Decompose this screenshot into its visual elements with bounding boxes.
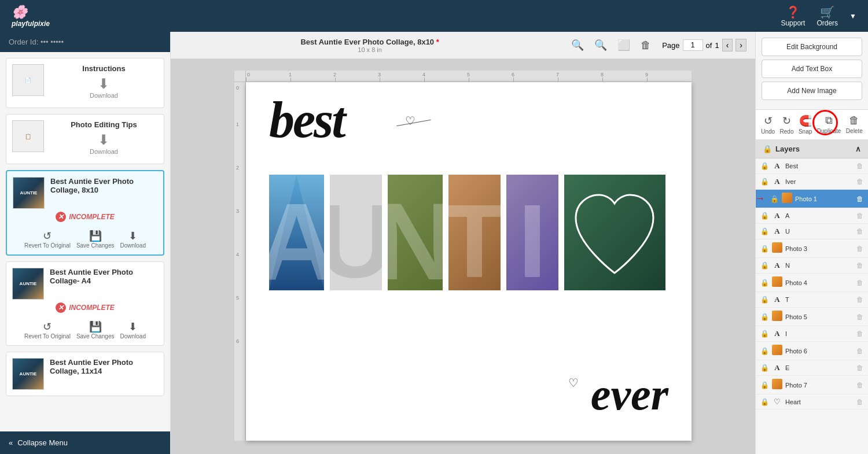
- layer-delete-icon[interactable]: 🗑: [856, 347, 863, 355]
- toolbar-icons: 🔍 🔍 ⬜ 🗑: [569, 36, 653, 54]
- layer-item-heart[interactable]: 🔒♡Heart🗑: [756, 394, 868, 409]
- layer-type-icon: [782, 193, 792, 205]
- sidebar-item-product-2[interactable]: AUNTIE Best Auntie Ever Photo Collage- A…: [6, 261, 164, 346]
- layer-type-icon: A: [772, 177, 782, 186]
- collapse-menu-button[interactable]: « Collapse Menu: [0, 431, 170, 454]
- order-id-bar: Order Id: ••• •••••: [0, 32, 170, 52]
- letter-a-block: A: [269, 175, 324, 290]
- letter-e-heart-block: [564, 175, 665, 290]
- sidebar-item-instructions[interactable]: 📄 Instructions ⬇ Download: [6, 58, 164, 108]
- layer-item-photo-4[interactable]: 🔒Photo 4🗑: [756, 274, 868, 292]
- layer-delete-icon[interactable]: 🗑: [856, 178, 863, 186]
- layer-delete-icon[interactable]: 🗑: [856, 381, 863, 389]
- next-page-button[interactable]: ›: [735, 39, 746, 51]
- save-icon: 💾: [89, 230, 102, 242]
- nav-orders[interactable]: 🛒 Orders: [816, 5, 838, 27]
- layer-delete-icon[interactable]: 🗑: [856, 227, 863, 235]
- layer-type-icon: A: [772, 227, 782, 236]
- photo-tips-content: Photo Editing Tips ⬇ Download: [50, 120, 158, 158]
- add-text-box-button[interactable]: Add Text Box: [762, 60, 862, 78]
- undo-tool[interactable]: ↺ Undo: [761, 115, 775, 135]
- nav-dropdown[interactable]: ▼: [849, 12, 856, 20]
- snap-tool[interactable]: 🧲 Snap: [799, 115, 812, 135]
- revert-button-2[interactable]: ↺ Revert To Original: [24, 320, 71, 339]
- layer-lock-icon: 🔒: [760, 347, 769, 355]
- layer-lock-icon: 🔒: [760, 212, 769, 220]
- product-2-info: Best Auntie Ever Photo Collage- A4: [50, 268, 158, 285]
- layer-delete-icon[interactable]: 🗑: [856, 330, 863, 338]
- duplicate-page-icon[interactable]: ⬜: [615, 36, 632, 54]
- edit-background-button[interactable]: Edit Background: [762, 38, 862, 56]
- zoom-in-icon[interactable]: 🔍: [592, 36, 609, 54]
- layer-delete-icon[interactable]: 🗑: [856, 212, 863, 220]
- layer-lock-icon: 🔒: [760, 162, 769, 170]
- layer-delete-icon[interactable]: 🗑: [856, 162, 863, 170]
- redo-tool[interactable]: ↻ Redo: [780, 115, 794, 135]
- layer-item-e[interactable]: 🔒AE🗑: [756, 360, 868, 376]
- ruler-top: 0 1 2 3 4 5 6 7: [246, 71, 692, 82]
- layers-panel: 🔒 Layers ∧ 🔒ABest🗑🔒AIver🗑→🔒Photo 1🗑🔒AA🗑🔒…: [756, 140, 868, 454]
- zoom-out-icon[interactable]: 🔍: [569, 36, 586, 54]
- save-button-1[interactable]: 💾 Save Changes: [76, 230, 115, 249]
- layer-item-a[interactable]: 🔒AA🗑: [756, 208, 868, 224]
- layer-delete-icon[interactable]: 🗑: [856, 296, 863, 304]
- download-button-2[interactable]: ⬇ Download: [120, 320, 145, 339]
- layers-collapse-icon[interactable]: ∧: [855, 145, 861, 153]
- duplicate-tool[interactable]: ⧉ Duplicate: [817, 115, 841, 135]
- canvas-toolbar: Best Auntie Ever Photo Collage, 8x10 * 1…: [171, 32, 755, 59]
- delete-page-icon[interactable]: 🗑: [638, 37, 653, 54]
- svg-text:N: N: [388, 180, 443, 290]
- layer-item-photo-3[interactable]: 🔒Photo 3🗑: [756, 239, 868, 258]
- chevron-left-icon: «: [9, 438, 13, 447]
- delete-tool[interactable]: 🗑 Delete: [846, 115, 863, 135]
- layer-item-photo-1[interactable]: →🔒Photo 1🗑: [756, 190, 868, 208]
- layer-name-label: E: [785, 364, 854, 371]
- lock-icon: 🔒: [763, 145, 772, 153]
- layer-item-t[interactable]: 🔒AT🗑: [756, 292, 868, 308]
- layer-name-label: N: [785, 262, 854, 269]
- layer-delete-icon[interactable]: 🗑: [856, 261, 863, 270]
- letter-t-block: T: [448, 175, 501, 290]
- layer-delete-icon[interactable]: 🗑: [856, 195, 863, 203]
- layer-delete-icon[interactable]: 🗑: [856, 279, 863, 287]
- save-button-2[interactable]: 💾 Save Changes: [76, 320, 115, 339]
- sidebar-item-product-1[interactable]: AUNTIE Best Auntie Ever Photo Collage, 8…: [6, 170, 164, 256]
- undo-icon: ↺: [764, 115, 773, 127]
- ruler-left: 0 1 2 3 4 5 6: [234, 82, 246, 441]
- layer-name-label: A: [785, 212, 854, 219]
- top-nav: 🌸 playfulpixie ❓ Support 🛒 Orders ▼: [0, 0, 868, 32]
- instructions-download[interactable]: ⬇ Download: [87, 73, 121, 102]
- layer-item-u[interactable]: 🔒AU🗑: [756, 224, 868, 239]
- layer-lock-icon: 🔒: [760, 364, 769, 372]
- nav-support[interactable]: ❓ Support: [781, 5, 805, 27]
- download-button-1[interactable]: ⬇ Download: [120, 230, 145, 249]
- canvas-title: Best Auntie Ever Photo Collage, 8x10 * 1…: [179, 38, 560, 53]
- prev-page-button[interactable]: ‹: [722, 39, 733, 51]
- revert-button-1[interactable]: ↺ Revert To Original: [24, 230, 71, 249]
- layer-item-n[interactable]: 🔒AN🗑: [756, 258, 868, 274]
- add-new-image-button[interactable]: Add New Image: [762, 82, 862, 100]
- layer-item-photo-6[interactable]: 🔒Photo 6🗑: [756, 342, 868, 360]
- sidebar-item-product-3[interactable]: AUNTIE Best Auntie Ever Photo Collage, 1…: [6, 352, 164, 396]
- layer-delete-icon[interactable]: 🗑: [856, 245, 863, 253]
- layer-item-i[interactable]: 🔒AI🗑: [756, 326, 868, 342]
- page-input[interactable]: [683, 39, 703, 51]
- layer-delete-icon[interactable]: 🗑: [856, 398, 863, 406]
- layer-item-photo-7[interactable]: 🔒Photo 7🗑: [756, 376, 868, 394]
- layer-delete-icon[interactable]: 🗑: [856, 313, 863, 321]
- page-nav: Page of 1 ‹ ›: [662, 39, 746, 51]
- svg-text:I: I: [518, 183, 547, 291]
- incomplete-icon-2: ✕: [56, 302, 66, 313]
- layer-item-best[interactable]: 🔒ABest🗑: [756, 158, 868, 174]
- layer-photo-thumb: [782, 193, 792, 203]
- layer-type-icon: A: [772, 295, 782, 304]
- layer-lock-icon: 🔒: [760, 178, 769, 186]
- photo-tips-download[interactable]: ⬇ Download: [87, 129, 121, 158]
- layer-lock-icon: 🔒: [770, 195, 779, 203]
- product-3-thumb: AUNTIE: [12, 358, 44, 390]
- layer-item-photo-5[interactable]: 🔒Photo 5🗑: [756, 308, 868, 326]
- download-icon: ⬇: [98, 132, 109, 148]
- layer-item-iver[interactable]: 🔒AIver🗑: [756, 174, 868, 190]
- sidebar-item-photo-tips[interactable]: 📋 Photo Editing Tips ⬇ Download: [6, 114, 164, 164]
- layer-delete-icon[interactable]: 🗑: [856, 364, 863, 372]
